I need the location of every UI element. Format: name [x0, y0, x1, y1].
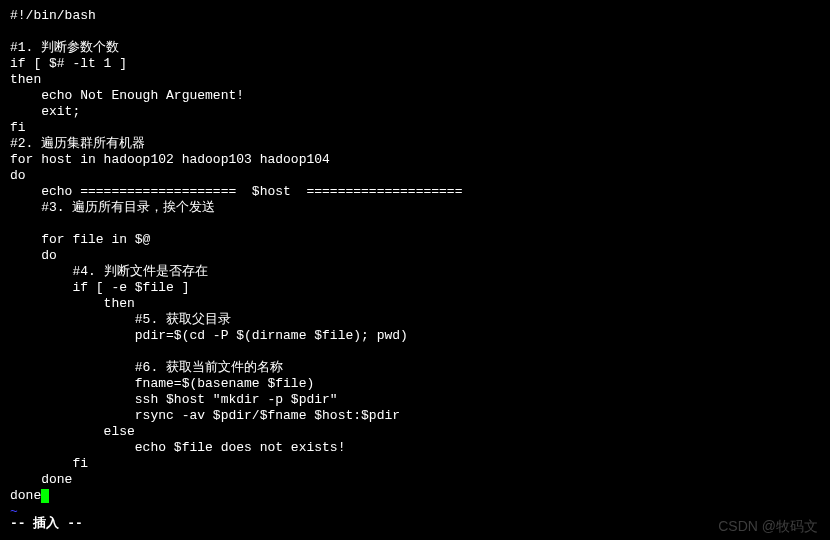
code-line: fname=$(basename $file) [10, 376, 820, 392]
vim-mode-status: -- 插入 -- [10, 516, 83, 532]
code-line: done [10, 472, 820, 488]
watermark-text: CSDN @牧码文 [718, 518, 818, 534]
code-line: for file in $@ [10, 232, 820, 248]
code-line: #2. 遍历集群所有机器 [10, 136, 820, 152]
code-line: fi [10, 456, 820, 472]
code-line: echo Not Enough Arguement! [10, 88, 820, 104]
code-line: ssh $host "mkdir -p $pdir" [10, 392, 820, 408]
code-line: do [10, 168, 820, 184]
code-line: if [ $# -lt 1 ] [10, 56, 820, 72]
code-line [10, 24, 820, 40]
code-line: #4. 判断文件是否存在 [10, 264, 820, 280]
code-line: fi [10, 120, 820, 136]
empty-line-tilde: ~ [10, 504, 820, 520]
code-line-with-cursor: done [10, 488, 820, 504]
code-line: echo $file does not exists! [10, 440, 820, 456]
code-line: for host in hadoop102 hadoop103 hadoop10… [10, 152, 820, 168]
code-line: echo ==================== $host ========… [10, 184, 820, 200]
code-line: exit; [10, 104, 820, 120]
code-line: rsync -av $pdir/$fname $host:$pdir [10, 408, 820, 424]
code-line: do [10, 248, 820, 264]
code-line: #6. 获取当前文件的名称 [10, 360, 820, 376]
code-line: if [ -e $file ] [10, 280, 820, 296]
code-line: #1. 判断参数个数 [10, 40, 820, 56]
terminal-editor[interactable]: #!/bin/bash #1. 判断参数个数 if [ $# -lt 1 ] t… [10, 8, 820, 520]
cursor-icon [41, 489, 49, 503]
code-line [10, 216, 820, 232]
code-line: #!/bin/bash [10, 8, 820, 24]
code-line: #5. 获取父目录 [10, 312, 820, 328]
code-line: then [10, 296, 820, 312]
code-line: #3. 遍历所有目录，挨个发送 [10, 200, 820, 216]
code-line [10, 344, 820, 360]
code-line: then [10, 72, 820, 88]
code-line: pdir=$(cd -P $(dirname $file); pwd) [10, 328, 820, 344]
code-line: else [10, 424, 820, 440]
